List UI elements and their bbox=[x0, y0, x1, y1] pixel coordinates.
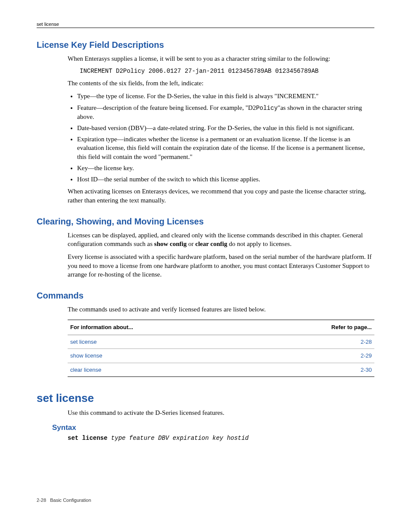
syntax-command: set license bbox=[68, 435, 107, 442]
text: Feature—description of the feature being… bbox=[77, 104, 256, 111]
heading-clearing-showing-moving: Clearing, Showing, and Moving Licenses bbox=[37, 217, 374, 227]
list-item: Expiration type—indicates whether the li… bbox=[77, 135, 374, 161]
bold-text: show config bbox=[154, 240, 187, 247]
paragraph: When activating licenses on Enterasys de… bbox=[68, 187, 374, 205]
table-header-page: Refer to page... bbox=[251, 320, 374, 335]
command-link[interactable]: show license bbox=[68, 349, 251, 363]
commands-table: For information about... Refer to page..… bbox=[68, 320, 374, 377]
page-link[interactable]: 2-30 bbox=[251, 363, 374, 377]
heading-license-key-field-descriptions: License Key Field Descriptions bbox=[37, 40, 374, 50]
table-row: set license 2-28 bbox=[68, 335, 374, 349]
syntax-args: type feature DBV expiration key hostid bbox=[107, 435, 249, 442]
footer-section: Basic Configuration bbox=[50, 498, 91, 503]
table-header-info: For information about... bbox=[68, 320, 251, 335]
page-link[interactable]: 2-28 bbox=[251, 335, 374, 349]
paragraph: The commands used to activate and verify… bbox=[68, 305, 374, 314]
page-footer: 2-28 Basic Configuration bbox=[37, 498, 374, 503]
list-item: Date-based version (DBV)—a date-related … bbox=[77, 124, 374, 132]
heading-set-license: set license bbox=[37, 392, 374, 405]
list-item: Type—the type of license. For the D-Seri… bbox=[77, 92, 374, 100]
paragraph: When Enterasys supplies a license, it wi… bbox=[68, 54, 374, 63]
page-link[interactable]: 2-29 bbox=[251, 349, 374, 363]
table-row: show license 2-29 bbox=[68, 349, 374, 363]
paragraph: Licenses can be displayed, applied, and … bbox=[68, 231, 374, 249]
syntax-line: set license type feature DBV expiration … bbox=[68, 435, 374, 442]
heading-commands: Commands bbox=[37, 291, 374, 301]
running-header: set license bbox=[37, 22, 374, 28]
list-item: Feature—description of the feature being… bbox=[77, 103, 374, 121]
heading-syntax: Syntax bbox=[52, 423, 374, 432]
text: do not apply to licenses. bbox=[227, 240, 292, 247]
code-sample: INCREMENT D2Policy 2006.0127 27-jan-2011… bbox=[80, 67, 374, 75]
list-item: Host ID—the serial number of the switch … bbox=[77, 175, 374, 184]
inline-code: Policy bbox=[256, 105, 277, 112]
field-list: Type—the type of license. For the D-Seri… bbox=[68, 92, 374, 184]
command-link[interactable]: set license bbox=[68, 335, 251, 349]
bold-text: clear config bbox=[195, 240, 227, 247]
paragraph: The contents of the six fields, from the… bbox=[68, 79, 374, 87]
paragraph: Every license is associated with a speci… bbox=[68, 252, 374, 279]
text: or bbox=[187, 240, 195, 247]
list-item: Key—the license key. bbox=[77, 164, 374, 172]
paragraph: Use this command to activate the D-Serie… bbox=[68, 408, 374, 417]
command-link[interactable]: clear license bbox=[68, 363, 251, 377]
table-row: clear license 2-30 bbox=[68, 363, 374, 377]
footer-page-number: 2-28 bbox=[37, 498, 46, 503]
